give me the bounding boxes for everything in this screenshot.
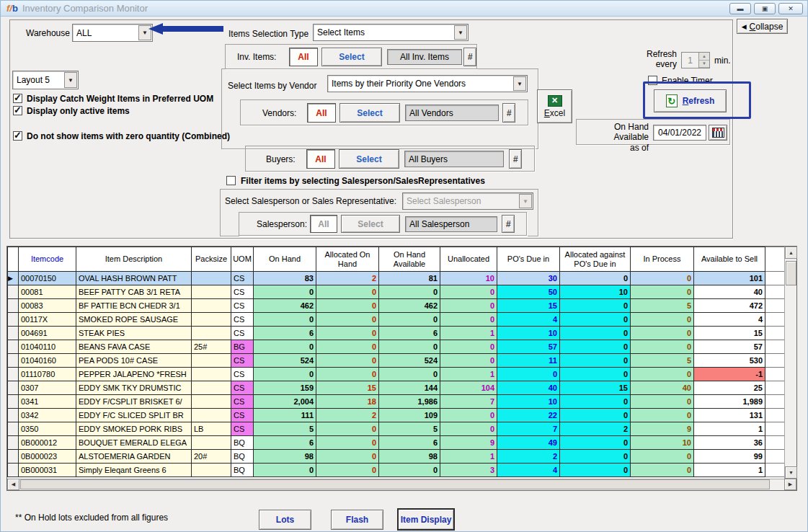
grid-cell[interactable]: 0	[560, 436, 631, 450]
grid-cell[interactable]: 0	[379, 340, 440, 354]
column-header[interactable]: Available to Sell	[694, 247, 765, 272]
grid-cell[interactable]: BEANS FAVA CASE	[76, 340, 192, 354]
grid-cell[interactable]: CS	[231, 285, 254, 299]
grid-cell[interactable]: 5	[379, 422, 440, 436]
grid-cell[interactable]: 4	[497, 464, 560, 477]
spinner-up-icon[interactable]: ▲	[699, 53, 709, 61]
grid-cell[interactable]: 0342	[19, 409, 76, 422]
grid-cell[interactable]: CS	[231, 327, 254, 340]
table-row[interactable]: 00081BEEF PATTY CAB 3/1 RETACS0000501004…	[8, 285, 785, 299]
scroll-left-icon[interactable]: ◀	[7, 479, 19, 490]
grid-cell[interactable]: 5	[631, 354, 694, 368]
grid-cell[interactable]: 98	[254, 450, 316, 464]
excel-button[interactable]: ✕ Excel	[537, 89, 572, 123]
table-row[interactable]: 0307EDDY SMK TKY DRUMSTICCS1591514410440…	[8, 381, 785, 395]
grid-cell[interactable]: 25	[694, 381, 765, 395]
grid-cell[interactable]: 0	[316, 299, 379, 313]
grid-cell[interactable]: 0B000012	[19, 436, 76, 450]
grid-cell[interactable]: 004691	[19, 327, 76, 340]
grid-cell[interactable]: OVAL HASH BROWN PATT	[76, 272, 192, 285]
hscroll-thumb[interactable]	[20, 479, 770, 489]
grid-cell[interactable]: 0	[316, 327, 379, 340]
grid-cell[interactable]: CS	[231, 299, 254, 313]
salesperson-all-button[interactable]: All	[310, 215, 337, 233]
grid-cell[interactable]: 15	[560, 381, 631, 395]
grid-cell[interactable]: 01040160	[19, 354, 76, 368]
catch-weight-checkbox[interactable]	[13, 94, 22, 103]
grid-cell[interactable]: 10	[497, 395, 560, 409]
item-display-button[interactable]: Item Display	[397, 508, 455, 531]
grid-cell[interactable]: 11	[497, 354, 560, 368]
grid-cell[interactable]: 6	[379, 327, 440, 340]
table-row[interactable]: 0341EDDY F/CSPLIT BRISKET 6/CS2,004181,9…	[8, 395, 785, 409]
grid-cell[interactable]: 18	[316, 395, 379, 409]
grid-cell[interactable]: 0	[631, 272, 694, 285]
column-header[interactable]: UOM	[231, 247, 254, 272]
grid-cell[interactable]: 0	[254, 340, 316, 354]
grid-cell[interactable]: EDDY SMOKED PORK RIBS	[76, 422, 192, 436]
column-header[interactable]: Packsize	[192, 247, 231, 272]
grid-cell[interactable]: 01040110	[19, 340, 76, 354]
table-row[interactable]: 01040110BEANS FAVA CASE25#BG0000570057	[8, 340, 785, 354]
grid-cell[interactable]: 2	[497, 450, 560, 464]
grid-cell[interactable]: 144	[379, 381, 440, 395]
vendor-type-dropdown[interactable]: Items by their Priority One Vendors ▼	[327, 75, 528, 92]
buyers-all-button[interactable]: All	[306, 149, 335, 169]
grid-cell[interactable]: 524	[254, 354, 316, 368]
column-header[interactable]: Itemcode	[19, 247, 76, 272]
grid-cell[interactable]: 00083	[19, 299, 76, 313]
grid-cell[interactable]	[192, 464, 231, 477]
grid-cell[interactable]: 0	[254, 368, 316, 381]
chevron-down-icon[interactable]: ▼	[513, 76, 526, 91]
table-row[interactable]: 0B000031Simply Eleqant Greens 6BQ0003400…	[8, 464, 785, 477]
table-row[interactable]: 01040160PEA PODS 10# CASECS5240524011055…	[8, 354, 785, 368]
inv-items-select-button[interactable]: Select	[321, 48, 382, 66]
grid-cell[interactable]: 00081	[19, 285, 76, 299]
grid-cell[interactable]: 0307	[19, 381, 76, 395]
grid-cell[interactable]: 2	[316, 409, 379, 422]
grid-cell[interactable]: 0	[631, 285, 694, 299]
grid-cell[interactable]: 0	[316, 436, 379, 450]
grid-cell[interactable]: 10	[497, 327, 560, 340]
table-row[interactable]: 0350EDDY SMOKED PORK RIBSLBCS50507291	[8, 422, 785, 436]
grid-cell[interactable]: 7	[497, 422, 560, 436]
grid-cell[interactable]: 2	[316, 272, 379, 285]
spinner-down-icon[interactable]: ▼	[699, 61, 709, 68]
grid-cell[interactable]: 101	[694, 272, 765, 285]
layout-dropdown[interactable]: Layout 5 ▼	[12, 71, 79, 89]
grid-cell[interactable]: 57	[694, 340, 765, 354]
flash-button[interactable]: Flash	[331, 510, 383, 530]
table-row[interactable]: 0B000023ALSTOEMERIA GARDEN20#BQ980981200…	[8, 450, 785, 464]
scroll-right-icon[interactable]: ▶	[784, 479, 796, 490]
calendar-button[interactable]	[709, 125, 727, 141]
grid-cell[interactable]: 0	[440, 313, 497, 327]
grid-cell[interactable]	[192, 409, 231, 422]
grid-cell[interactable]: 83	[254, 272, 316, 285]
grid-cell[interactable]	[192, 381, 231, 395]
grid-cell[interactable]: SMOKED ROPE SAUSAGE	[76, 313, 192, 327]
select-salesperson-dropdown[interactable]: Select Salesperson ▼	[402, 192, 533, 210]
grid-cell[interactable]: 2,004	[254, 395, 316, 409]
grid-cell[interactable]: 40	[694, 285, 765, 299]
inv-items-count-button[interactable]: #	[463, 48, 476, 66]
grid-cell[interactable]: 0	[560, 313, 631, 327]
grid-cell[interactable]: LB	[192, 422, 231, 436]
grid-cell[interactable]: 15	[694, 327, 765, 340]
table-row[interactable]: 0B000012BOUQUET EMERALD ELEGABQ606949010…	[8, 436, 785, 450]
grid-cell[interactable]	[192, 313, 231, 327]
grid-cell[interactable]: 0	[440, 299, 497, 313]
grid-cell[interactable]	[192, 299, 231, 313]
grid-cell[interactable]: 0	[316, 354, 379, 368]
buyers-select-button[interactable]: Select	[339, 149, 399, 169]
grid-cell[interactable]: BQ	[231, 464, 254, 477]
grid-cell[interactable]: CS	[231, 272, 254, 285]
grid-cell[interactable]: 0	[379, 368, 440, 381]
chevron-down-icon[interactable]: ▼	[454, 25, 467, 40]
vendors-select-button[interactable]: Select	[339, 103, 400, 123]
grid-cell[interactable]: 0	[316, 422, 379, 436]
scroll-down-icon[interactable]: ▼	[785, 466, 797, 479]
grid-cell[interactable]: 0	[379, 464, 440, 477]
grid-cell[interactable]: 0	[379, 285, 440, 299]
table-row[interactable]: 004691STEAK PIESCS6061100015	[8, 327, 785, 340]
grid-cell[interactable]: 49	[497, 436, 560, 450]
